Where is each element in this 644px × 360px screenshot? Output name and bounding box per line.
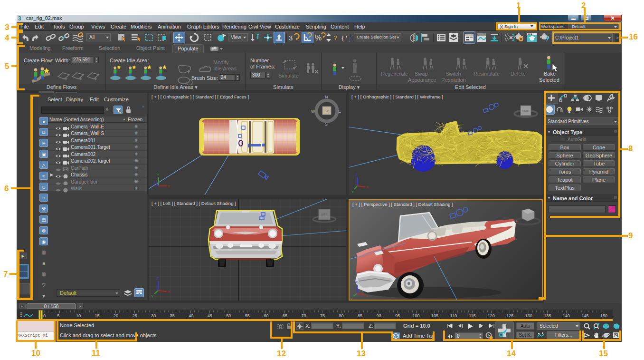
svg-text:W: W <box>311 109 315 114</box>
svg-text:Z: Z <box>355 280 358 284</box>
svg-text:E: E <box>338 109 341 114</box>
svg-text:LEFT: LEFT <box>321 213 327 216</box>
svg-text:S: S <box>325 122 328 126</box>
svg-text:Z: Z <box>355 173 358 177</box>
svg-text:N: N <box>325 95 328 99</box>
svg-text:x: x <box>366 293 368 298</box>
svg-text:%: % <box>315 34 322 42</box>
svg-text:X: X <box>168 290 170 294</box>
svg-text:?: ? <box>334 34 337 41</box>
svg-text:3: 3 <box>289 34 293 42</box>
svg-text:Z: Z <box>156 276 159 281</box>
svg-text:Y: Y <box>157 173 160 177</box>
svg-text:Z: Z <box>153 181 156 185</box>
svg-text:y: y <box>350 296 352 300</box>
svg-text:Y: Y <box>351 190 354 194</box>
svg-text:X: X <box>366 185 369 189</box>
svg-text:X: X <box>168 184 170 188</box>
svg-text:TOP: TOP <box>324 109 330 112</box>
svg-text:FRONT: FRONT <box>522 110 530 112</box>
svg-text:3: 3 <box>18 15 21 21</box>
svg-text:Y: Y <box>151 294 154 299</box>
svg-text:{′}: {′} <box>341 35 350 42</box>
